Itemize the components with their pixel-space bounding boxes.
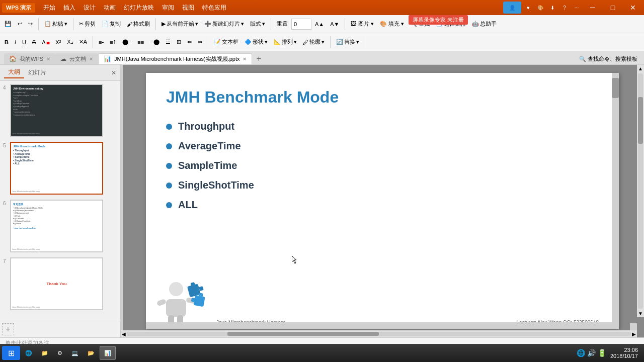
- scroll-up-btn[interactable]: ▲: [637, 65, 644, 72]
- skin-btn[interactable]: 🎨: [535, 3, 545, 13]
- increase-indent-btn[interactable]: ⇒: [195, 37, 205, 47]
- taskbar-wps[interactable]: 📊: [100, 346, 116, 360]
- vscroll-track[interactable]: [638, 73, 643, 309]
- scroll-down-btn[interactable]: ▼: [637, 310, 644, 317]
- align-justify-btn[interactable]: ☰: [163, 37, 173, 47]
- canvas-horizontal-scrollbar[interactable]: [146, 322, 612, 329]
- bullet-item-2[interactable]: SampleTime: [166, 156, 599, 175]
- add-slide-btn[interactable]: +: [2, 323, 14, 335]
- right-scrollbar[interactable]: ▲ ▼: [637, 65, 644, 317]
- from-start-btn[interactable]: ▶ 从当前开始 ▾: [159, 19, 201, 29]
- bold-btn[interactable]: B: [2, 38, 11, 47]
- scroll-right-btn[interactable]: ▶: [631, 331, 637, 337]
- slide-thumb-4[interactable]: JMH Environment setting • compiler.arg1•…: [10, 84, 103, 137]
- copy-btn[interactable]: 📄 复制: [99, 19, 123, 29]
- tray-sound[interactable]: 🔊: [587, 349, 596, 357]
- tab-active-file[interactable]: 📊 JMH(Java Microbenchmark Harness)实战视频.p…: [98, 53, 252, 64]
- search-cmd-btn[interactable]: 🔍 查找命令、搜索模板: [577, 54, 640, 64]
- image-btn[interactable]: 🖼 图片 ▾: [348, 19, 376, 29]
- bullet-item-0[interactable]: Throughput: [166, 117, 599, 136]
- vscroll-thumb[interactable]: [638, 97, 643, 144]
- tab-cloud[interactable]: ☁ 云文档 ✕: [55, 53, 98, 64]
- slide-item-6[interactable]: 6 常见选项 • @BenchmarkMode(Mode.XXX)• @Warm…: [2, 199, 118, 253]
- clock[interactable]: 23:06 2018/10/17: [610, 347, 638, 359]
- font-size-up[interactable]: A▲: [312, 20, 327, 29]
- col-btn[interactable]: ⊞: [174, 37, 184, 47]
- more-btn[interactable]: ···: [572, 3, 582, 13]
- assistant-btn[interactable]: 🤖 总助手: [469, 19, 499, 29]
- font-size-input[interactable]: [291, 19, 311, 30]
- cloud-close[interactable]: ✕: [89, 56, 93, 62]
- menu-donghua[interactable]: 动画: [100, 3, 120, 13]
- canvas-vscroll-thumb[interactable]: [612, 78, 619, 98]
- font-size-down[interactable]: A▼: [328, 20, 342, 29]
- canvas-area[interactable]: JMH Benchmark Mode Throughput AverageTim…: [121, 65, 644, 337]
- menu-kaishi[interactable]: 开始: [39, 3, 59, 13]
- bottom-scrollbar[interactable]: ◀ ▶: [121, 330, 637, 337]
- menu-shenyue[interactable]: 审阅: [158, 3, 178, 13]
- taskbar-chrome[interactable]: 🌐: [21, 346, 36, 360]
- menu-special[interactable]: 特色应用: [198, 3, 230, 13]
- menu-slide-show[interactable]: 幻灯片放映: [120, 3, 158, 13]
- my-wps-close[interactable]: ✕: [46, 56, 50, 62]
- active-file-close[interactable]: ✕: [243, 56, 247, 62]
- taskbar-files[interactable]: 📁: [37, 346, 52, 360]
- slide-title[interactable]: JMH Benchmark Mode: [146, 73, 619, 112]
- new-slide-btn[interactable]: ➕ 新建幻灯片 ▾: [202, 19, 247, 29]
- new-tab-button[interactable]: +: [253, 53, 264, 64]
- reset-btn[interactable]: 重置: [274, 19, 290, 29]
- layout-btn[interactable]: 版式 ▾: [248, 19, 268, 29]
- start-button[interactable]: ⊞: [2, 346, 20, 360]
- bullet-item-1[interactable]: AverageTime: [166, 136, 599, 156]
- scroll-left-btn[interactable]: ◀: [121, 331, 127, 337]
- slide-item-7[interactable]: 7 Thank You Java Microbenchmark Harness: [2, 256, 118, 311]
- menu-shitu[interactable]: 视图: [178, 3, 198, 13]
- slide-thumb-7[interactable]: Thank You Java Microbenchmark Harness: [10, 257, 103, 310]
- taskbar-ide[interactable]: 💻: [67, 346, 83, 360]
- minimize-button[interactable]: ─: [584, 2, 602, 13]
- save-btn[interactable]: 💾: [2, 19, 14, 29]
- slide-item-5[interactable]: 5 JMH Benchmark Mode • Throughput• Avera…: [2, 141, 118, 196]
- arrange-btn[interactable]: 📐 排列 ▾: [271, 37, 299, 47]
- strikethrough-btn[interactable]: S: [30, 38, 38, 47]
- undo-btn[interactable]: ↩: [15, 19, 25, 29]
- align-left-btn[interactable]: ⬤≡: [120, 37, 134, 47]
- textbox-btn[interactable]: 📝 文本框: [211, 37, 241, 47]
- canvas-vertical-scrollbar[interactable]: [612, 73, 619, 329]
- hscroll-track[interactable]: [127, 332, 631, 336]
- app-logo[interactable]: WPS 演示: [2, 3, 35, 13]
- tray-battery[interactable]: 🔋: [598, 349, 606, 357]
- paste-btn[interactable]: 📋 粘贴▾: [42, 19, 70, 29]
- taskbar-explorer[interactable]: 📂: [84, 346, 99, 360]
- heart-btn[interactable]: ♥: [523, 3, 533, 13]
- sidebar-close-btn[interactable]: ✕: [111, 69, 116, 76]
- hscroll-thumb[interactable]: [227, 332, 379, 336]
- close-button[interactable]: ✕: [624, 2, 642, 13]
- superscript-btn[interactable]: X²: [53, 38, 63, 47]
- font-color-btn[interactable]: A▄: [39, 38, 52, 47]
- sidebar-tab-slides[interactable]: 幻灯片: [24, 67, 50, 78]
- maximize-button[interactable]: □: [604, 2, 622, 13]
- underline-btn[interactable]: U: [20, 38, 29, 47]
- slide-list[interactable]: 4 JMH Environment setting • compiler.arg…: [0, 81, 120, 321]
- sidebar-tab-outline[interactable]: 大纲: [4, 67, 24, 78]
- decrease-indent-btn[interactable]: ⇐: [185, 37, 194, 47]
- format-brush-btn[interactable]: 🖌 格式刷: [124, 19, 152, 29]
- slide-thumb-6[interactable]: 常见选项 • @BenchmarkMode(Mode.XXX)• @Warmup…: [10, 200, 103, 252]
- redo-btn[interactable]: ↪: [26, 19, 35, 29]
- align-right-btn[interactable]: ≡⬤: [147, 37, 162, 47]
- italic-btn[interactable]: I: [12, 38, 19, 47]
- taskbar-settings[interactable]: ⚙: [53, 346, 66, 360]
- shape-btn[interactable]: 🔷 形状 ▾: [242, 37, 270, 47]
- outline-btn[interactable]: 🖊 轮廓 ▾: [300, 37, 327, 47]
- bullet-list-btn[interactable]: ≡•: [96, 38, 106, 47]
- slide-canvas[interactable]: JMH Benchmark Mode Throughput AverageTim…: [146, 73, 619, 329]
- subscript-btn[interactable]: X₂: [64, 37, 75, 47]
- bullet-item-4[interactable]: ALL: [166, 195, 599, 215]
- slide-thumb-5[interactable]: JMH Benchmark Mode • Throughput• Average…: [10, 142, 103, 195]
- bullet-item-3[interactable]: SingleShotTime: [166, 175, 599, 195]
- tray-network[interactable]: 🌐: [577, 349, 585, 357]
- download-btn[interactable]: ⬇: [547, 3, 557, 13]
- clear-format-btn[interactable]: ✕A: [76, 37, 90, 47]
- menu-charu[interactable]: 插入: [59, 3, 79, 13]
